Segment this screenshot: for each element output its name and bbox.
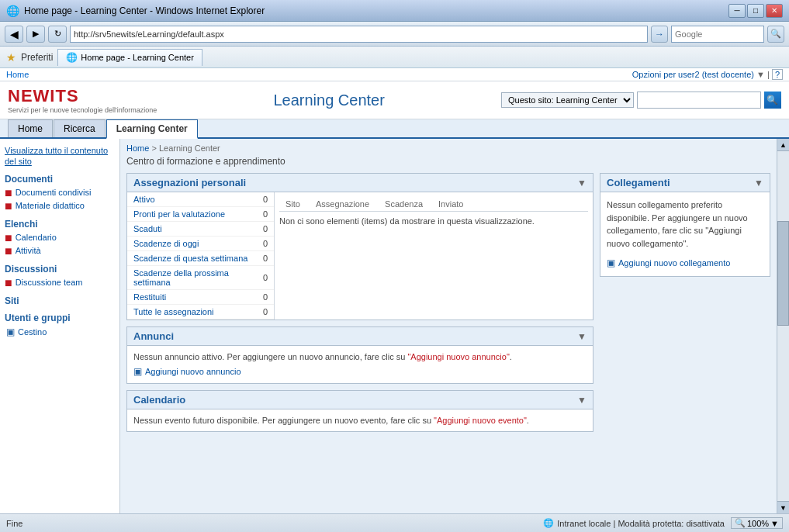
browser-content: Home Opzioni per user2 (test docente) ▼ … [0, 68, 789, 513]
breadcrumb-current: Learning Center [159, 143, 220, 153]
main-column: Assegnazioni personali ▼ Attivo0Pronti p… [126, 173, 593, 438]
help-button[interactable]: ? [772, 69, 783, 80]
zone-icon: 🌐 [543, 518, 554, 528]
assegnazioni-items: Attivo0Pronti per la valutazione0Scaduti… [127, 192, 275, 320]
favorites-label[interactable]: Preferiti [21, 52, 53, 63]
close-button[interactable]: ✕ [766, 4, 783, 18]
sidebar-item-attivita: ■ Attività [5, 246, 115, 257]
assegn-item[interactable]: Attivo0 [127, 192, 274, 207]
nav-tab-learning[interactable]: Learning Center [106, 119, 198, 139]
home-breadcrumb-link[interactable]: Home [6, 70, 29, 79]
sidebar-item-documenti-condivisi: ■ Documenti condivisi [5, 188, 115, 199]
scroll-up[interactable]: ▲ [777, 139, 789, 151]
page-subtitle: Centro di formazione e apprendimento [126, 156, 770, 167]
status-text: Fine [6, 519, 22, 528]
assegnazioni-webpart: Assegnazioni personali ▼ Attivo0Pronti p… [126, 173, 593, 320]
sidebar-item-discussione: ■ Discussione team [5, 278, 115, 289]
annunci-header: Annunci ▼ [127, 327, 593, 346]
assegnazioni-collapse[interactable]: ▼ [577, 178, 587, 188]
aggiungi-annuncio-link[interactable]: Aggiungi nuovo annuncio [145, 367, 241, 376]
sidebar-item-materiale: ■ Materiale didattico [5, 201, 115, 212]
search-go-button[interactable]: 🔍 [767, 26, 784, 43]
calendario-collapse[interactable]: ▼ [577, 395, 587, 406]
assegn-item[interactable]: Scadenze di oggi0 [127, 237, 274, 251]
materiale-didattico-link[interactable]: Materiale didattico [16, 201, 85, 210]
annunci-text: Nessun annuncio attivo. Per aggiungere u… [133, 352, 407, 361]
collegamenti-collapse[interactable]: ▼ [754, 178, 763, 188]
breadcrumb-sep: > [151, 143, 158, 153]
search-input[interactable] [671, 26, 764, 43]
address-input[interactable] [70, 26, 648, 43]
zoom-control[interactable]: 🔍 100% ▼ [731, 517, 783, 529]
scroll-down[interactable]: ▼ [777, 501, 789, 513]
no-items-text: Non ci sono elementi (items) da mostrare… [279, 216, 588, 226]
site-select[interactable]: Questo sito: Learning Center [501, 92, 634, 108]
aggiungi-link-text[interactable]: Aggiungi nuovo collegamento [618, 257, 730, 270]
favorites-bar: ★ Preferiti 🌐 Home page - Learning Cente… [0, 47, 789, 68]
assegn-item[interactable]: Tutte le assegnazioni0 [127, 305, 274, 320]
discussione-team-link[interactable]: Discussione team [16, 278, 83, 287]
calendario-link[interactable]: Calendario [16, 233, 57, 242]
site-title: Learning Center [273, 92, 384, 109]
assegn-item[interactable]: Scaduti0 [127, 222, 274, 237]
annunci-collapse[interactable]: ▼ [577, 331, 587, 342]
col-header: Assegnazione [316, 199, 369, 209]
aggiungi-annuncio-row: ▣ Aggiungi nuovo annuncio [133, 366, 587, 377]
main-layout: Visualizza tutto il contenuto del sito D… [0, 139, 789, 513]
assegn-item[interactable]: Scadenze della prossima settimana0 [127, 266, 274, 290]
zoom-chevron: ▼ [770, 519, 779, 528]
assegnazioni-body: Attivo0Pronti per la valutazione0Scaduti… [127, 192, 593, 320]
nav-tab-ricerca[interactable]: Ricerca [54, 119, 106, 137]
nav-tab-home[interactable]: Home [8, 119, 53, 137]
maximize-button[interactable]: □ [747, 4, 764, 18]
user-options[interactable]: Opzioni per user2 (test docente) [632, 70, 754, 79]
back-button[interactable]: ◀ [5, 26, 23, 43]
breadcrumb-home[interactable]: Home [126, 143, 149, 153]
annunci-title: Annunci [133, 330, 174, 342]
logo-main: NEWITS [8, 86, 79, 105]
zone-text: Intranet locale | Modalità protetta: dis… [557, 519, 725, 528]
col-header: Scadenza [385, 199, 423, 209]
logo-sub: Servizi per le nuove tecnologie dell'inf… [8, 106, 157, 114]
cestino-link[interactable]: Cestino [18, 327, 47, 337]
assegn-item[interactable]: Scadenze di questa settimana0 [127, 251, 274, 266]
refresh-button[interactable]: ↻ [48, 26, 67, 43]
tab-icon: 🌐 [66, 52, 78, 63]
sidebar-item-cestino[interactable]: ▣ Cestino [6, 326, 115, 337]
sidebar-section-siti: Siti [5, 295, 115, 306]
calendario-link[interactable]: "Aggiungi nuovo evento" [434, 416, 527, 425]
sidebar-section-discussioni: Discussioni [5, 264, 115, 275]
minimize-button[interactable]: ─ [728, 4, 746, 18]
calendario-header: Calendario ▼ [127, 391, 593, 409]
breadcrumb: Home > Learning Center [126, 143, 770, 153]
sp-search-input[interactable] [637, 92, 761, 109]
annunci-link[interactable]: "Aggiungi nuovo annuncio" [407, 352, 509, 361]
scroll-thumb[interactable] [777, 221, 789, 326]
status-right: 🌐 Intranet locale | Modalità protetta: d… [543, 517, 783, 529]
address-bar: ◀ ▶ ↻ → 🔍 [0, 22, 789, 47]
search-area: Questo sito: Learning Center 🔍 [501, 92, 781, 109]
forward-button[interactable]: ▶ [26, 26, 45, 43]
sp-search-button[interactable]: 🔍 [764, 92, 781, 109]
content-area: Home > Learning Center Centro di formazi… [120, 139, 777, 513]
cestino-icon: ▣ [6, 326, 15, 337]
sidebar: Visualizza tutto il contenuto del sito D… [0, 139, 120, 513]
aggiungi-annuncio-icon: ▣ [133, 366, 142, 377]
sidebar-section-documenti: Documenti [5, 174, 115, 185]
assegn-item[interactable]: Restituiti0 [127, 290, 274, 305]
bullet-icon: ■ [5, 200, 12, 212]
sp-header: NEWITS Servizi per le nuove tecnologie d… [0, 81, 789, 119]
zoom-icon: 🔍 [735, 518, 746, 528]
documenti-condivisi-link[interactable]: Documenti condivisi [16, 188, 92, 197]
favorites-tab[interactable]: 🌐 Home page - Learning Center [57, 49, 202, 66]
calendario-body: Nessun evento futuro disponibile. Per ag… [127, 409, 593, 431]
attivita-link[interactable]: Attività [16, 246, 41, 255]
collegamenti-title: Collegamenti [607, 177, 670, 188]
assegn-item[interactable]: Pronti per la valutazione0 [127, 207, 274, 222]
scrollbar[interactable]: ▲ ▼ [777, 139, 789, 513]
collegamenti-header: Collegamenti ▼ [600, 174, 770, 192]
go-button[interactable]: → [651, 26, 668, 43]
tab-label: Home page - Learning Center [81, 53, 194, 62]
statusbar: Fine 🌐 Intranet locale | Modalità protet… [0, 513, 789, 532]
visualizza-link[interactable]: Visualizza tutto il contenuto del sito [5, 145, 115, 168]
